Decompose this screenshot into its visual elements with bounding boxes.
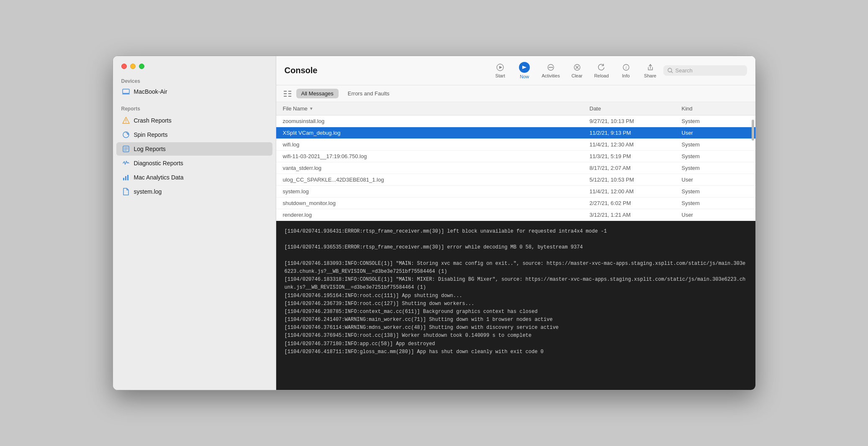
log-content: [1104/020741.936431:ERROR:rtsp_frame_rec… bbox=[276, 221, 755, 390]
cell-date: 2/27/21, 6:02 PM bbox=[590, 200, 682, 206]
now-icon bbox=[519, 62, 530, 73]
laptop-icon bbox=[122, 89, 130, 95]
svg-rect-1 bbox=[122, 94, 130, 95]
svg-rect-0 bbox=[123, 89, 129, 93]
cell-filename: ulog_CC_SPARKLE...42D3EBE081_1.log bbox=[283, 177, 590, 183]
spin-icon bbox=[122, 131, 130, 138]
maximize-button[interactable] bbox=[139, 64, 144, 69]
col-header-filename[interactable]: File Name ▼ bbox=[283, 105, 590, 112]
svg-marker-14 bbox=[522, 66, 526, 69]
cell-date: 9/27/21, 10:13 PM bbox=[590, 118, 682, 124]
svg-marker-13 bbox=[499, 66, 502, 69]
reload-button[interactable]: Reload bbox=[590, 61, 613, 80]
cell-filename: vanta_stderr.log bbox=[283, 165, 590, 171]
cell-kind: User bbox=[682, 212, 749, 218]
table-header: File Name ▼ Date Kind bbox=[276, 102, 755, 115]
table-row[interactable]: zoomusinstall.log 9/27/21, 10:13 PM Syst… bbox=[276, 115, 755, 127]
cell-filename: zoomusinstall.log bbox=[283, 118, 590, 124]
now-button[interactable]: Now bbox=[513, 60, 536, 81]
table-row[interactable]: XSplit VCam_debug.log 11/2/21, 9:13 PM U… bbox=[276, 127, 755, 139]
sidebar-item-spin-reports[interactable]: Spin Reports bbox=[116, 128, 272, 141]
cell-filename: system.log bbox=[283, 188, 590, 195]
cell-filename: XSplit VCam_debug.log bbox=[283, 130, 590, 136]
sidebar-device-macbook[interactable]: MacBook-Air bbox=[116, 86, 272, 97]
diagnostic-icon bbox=[122, 159, 130, 167]
svg-point-16 bbox=[549, 67, 550, 68]
devices-section-label: Devices bbox=[113, 75, 276, 86]
svg-text:i: i bbox=[625, 65, 627, 70]
start-button[interactable]: Start bbox=[489, 61, 511, 80]
svg-rect-9 bbox=[123, 178, 124, 180]
sort-arrow-icon: ▼ bbox=[309, 106, 313, 111]
table-body: zoomusinstall.log 9/27/21, 10:13 PM Syst… bbox=[276, 115, 755, 221]
tab-all-messages[interactable]: All Messages bbox=[296, 89, 339, 98]
svg-point-18 bbox=[552, 67, 553, 68]
clear-label: Clear bbox=[571, 73, 582, 78]
sidebar-toggle-button[interactable] bbox=[283, 89, 292, 98]
device-name: MacBook-Air bbox=[134, 88, 167, 95]
cell-date: 11/4/21, 12:00 AM bbox=[590, 188, 682, 195]
sidebar-item-diagnostic-reports[interactable]: Diagnostic Reports bbox=[116, 156, 272, 170]
cell-filename: wifi-11-03-2021__17:19:06.750.log bbox=[283, 153, 590, 159]
sidebar: Devices MacBook-Air Reports Crash Report… bbox=[113, 56, 276, 390]
minimize-button[interactable] bbox=[130, 64, 136, 69]
table-scrollbar-thumb bbox=[752, 120, 754, 141]
share-icon bbox=[646, 63, 655, 72]
cell-filename: renderer.log bbox=[283, 212, 590, 218]
table-scrollbar[interactable] bbox=[751, 115, 755, 221]
cell-kind: System bbox=[682, 118, 749, 124]
table-row[interactable]: vanta_stderr.log 8/17/21, 2:07 AM System bbox=[276, 162, 755, 174]
col-header-date[interactable]: Date bbox=[590, 105, 682, 112]
reports-section-label: Reports bbox=[113, 103, 276, 113]
table-row[interactable]: wifi.log 11/4/21, 12:30 AM System bbox=[276, 139, 755, 151]
filter-bar: All Messages Errors and Faults bbox=[276, 85, 755, 102]
activities-icon bbox=[546, 63, 555, 72]
start-label: Start bbox=[496, 73, 505, 78]
tab-errors-faults[interactable]: Errors and Faults bbox=[343, 89, 395, 98]
crash-reports-label: Crash Reports bbox=[134, 117, 172, 124]
activities-label: Activities bbox=[542, 73, 560, 78]
main-window: Devices MacBook-Air Reports Crash Report… bbox=[113, 56, 756, 390]
diagnostic-reports-label: Diagnostic Reports bbox=[134, 160, 183, 167]
sidebar-item-crash-reports[interactable]: Crash Reports bbox=[116, 114, 272, 127]
clear-button[interactable]: Clear bbox=[566, 61, 588, 80]
cell-date: 3/12/21, 1:21 AM bbox=[590, 212, 682, 218]
table-row[interactable]: ulog_CC_SPARKLE...42D3EBE081_1.log 5/12/… bbox=[276, 174, 755, 186]
cell-kind: System bbox=[682, 200, 749, 206]
sidebar-item-mac-analytics[interactable]: Mac Analytics Data bbox=[116, 171, 272, 184]
cell-filename: shutdown_monitor.log bbox=[283, 200, 590, 206]
sidebar-item-system-log[interactable]: system.log bbox=[116, 185, 272, 198]
info-button[interactable]: i Info bbox=[615, 61, 637, 80]
reload-icon bbox=[597, 63, 606, 72]
console-title: Console bbox=[285, 66, 318, 75]
analytics-icon bbox=[122, 174, 130, 181]
now-label: Now bbox=[520, 74, 529, 79]
share-button[interactable]: Share bbox=[639, 61, 662, 80]
table-row[interactable]: system.log 11/4/21, 12:00 AM System bbox=[276, 186, 755, 197]
reload-label: Reload bbox=[594, 73, 609, 78]
table-row[interactable]: wifi-11-03-2021__17:19:06.750.log 11/3/2… bbox=[276, 151, 755, 162]
close-button[interactable] bbox=[121, 64, 127, 69]
clear-icon bbox=[573, 63, 582, 72]
activities-button[interactable]: Activities bbox=[537, 61, 564, 80]
cell-kind: System bbox=[682, 141, 749, 148]
table-row[interactable]: renderer.log 3/12/21, 1:21 AM User bbox=[276, 209, 755, 221]
cell-filename: wifi.log bbox=[283, 141, 590, 148]
cell-kind: User bbox=[682, 177, 749, 183]
sidebar-item-log-reports[interactable]: Log Reports bbox=[116, 142, 272, 156]
search-input[interactable] bbox=[675, 67, 734, 74]
cell-kind: User bbox=[682, 130, 749, 136]
cell-date: 5/12/21, 10:53 PM bbox=[590, 177, 682, 183]
svg-rect-10 bbox=[125, 176, 126, 180]
cell-date: 8/17/21, 2:07 AM bbox=[590, 165, 682, 171]
cell-kind: System bbox=[682, 188, 749, 195]
cell-kind: System bbox=[682, 165, 749, 171]
file-icon bbox=[122, 188, 130, 195]
share-label: Share bbox=[644, 73, 656, 78]
log-reports-label: Log Reports bbox=[134, 146, 166, 152]
search-bar[interactable] bbox=[663, 65, 747, 76]
table-area: zoomusinstall.log 9/27/21, 10:13 PM Syst… bbox=[276, 115, 755, 221]
search-icon bbox=[668, 68, 673, 73]
table-row[interactable]: shutdown_monitor.log 2/27/21, 6:02 PM Sy… bbox=[276, 197, 755, 209]
col-header-kind[interactable]: Kind bbox=[682, 105, 749, 112]
